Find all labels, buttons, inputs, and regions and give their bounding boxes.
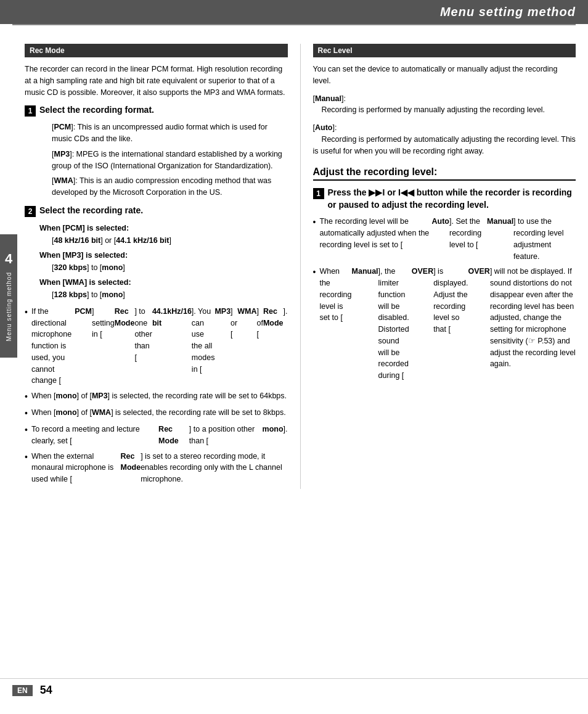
rec-level-header: Rec Level (313, 44, 576, 57)
left-column: Rec Mode The recorder can record in the … (25, 44, 301, 489)
step1-container: 1 Select the recording format. (25, 104, 288, 117)
bullet-2: When [mono] of [MP3] is selected, the re… (25, 390, 288, 403)
header-rule (12, 24, 576, 25)
step1-content: [PCM]: This is an uncompressed audio for… (39, 121, 288, 199)
right-bullet-1: The recording level will be automaticall… (313, 216, 576, 262)
page-header: Menu setting method (0, 0, 588, 24)
adjust-heading: Adjust the recording level: (313, 166, 576, 181)
pcm-when: When [PCM] is selected: (39, 224, 129, 232)
bullet-5: When the external monaural microphone is… (25, 451, 288, 485)
bottom-bar: EN 54 (0, 678, 588, 702)
wma-item: [WMA]: This is an audio compression enco… (52, 175, 288, 199)
auto-label: Auto (315, 123, 332, 132)
step1-title: Select the recording format. (39, 104, 154, 117)
right-step1-container: 1 Press the ▶▶I or I◀◀ button while the … (313, 187, 576, 211)
page-title: Menu setting method (440, 5, 576, 19)
mp3-rate-value: [320 kbps] to [mono] (52, 263, 125, 272)
wma-label: WMA (54, 176, 73, 185)
pcm-rate: When [PCM] is selected: [48 kHz/16 bit] … (39, 222, 288, 247)
right-column: Rec Level You can set the device to auto… (301, 44, 576, 489)
right-bullet-2: When the recording level is set to [Manu… (313, 266, 576, 382)
manual-item: [Manual]: Recording is performed by manu… (313, 93, 576, 117)
pcm-item: [PCM]: This is an uncompressed audio for… (52, 121, 288, 145)
en-label: EN (12, 685, 33, 696)
right-step1-number: 1 (313, 188, 324, 199)
step2-number: 2 (25, 206, 36, 217)
step2-title: Select the recording rate. (39, 205, 143, 217)
pcm-rate-value: [48 kHz/16 bit] or [44.1 kHz/16 bit] (52, 236, 171, 245)
step2-container: 2 Select the recording rate. (25, 205, 288, 217)
step1-number: 1 (25, 105, 36, 117)
right-bullets: The recording level will be automaticall… (313, 216, 576, 382)
pcm-label: PCM (54, 123, 71, 131)
side-tab: 4 Menu setting method (0, 234, 17, 358)
mp3-label: MP3 (54, 150, 70, 158)
auto-item: [Auto]: Recording is performed by automa… (313, 122, 576, 157)
rec-mode-header: Rec Mode (25, 44, 288, 57)
bullet-3: When [mono] of [WMA] is selected, the re… (25, 407, 288, 420)
rec-mode-intro: The recorder can record in the linear PC… (25, 64, 288, 98)
mp3-rate: When [MP3] is selected: [320 kbps] to [m… (39, 249, 288, 274)
right-step1-title: Press the ▶▶I or I◀◀ button while the re… (328, 187, 576, 211)
bullet-4: To record a meeting and lecture clearly,… (25, 424, 288, 447)
rate-section: When [PCM] is selected: [48 kHz/16 bit] … (39, 222, 288, 301)
mp3-item: [MP3]: MPEG is the international standar… (52, 149, 288, 172)
wma-when: When [WMA] is selected: (39, 278, 131, 287)
step2-bullets: If the directional microphone function i… (25, 306, 288, 485)
bullet-1: If the directional microphone function i… (25, 306, 288, 387)
side-tab-number: 4 (5, 251, 12, 267)
wma-rate-value: [128 kbps] to [mono] (52, 290, 125, 299)
wma-rate: When [WMA] is selected: [128 kbps] to [m… (39, 276, 288, 301)
page-container: Menu setting method 4 Menu setting metho… (0, 0, 588, 714)
page-number: 54 (40, 684, 52, 697)
rec-level-intro: You can set the device to automatically … (313, 64, 576, 87)
side-tab-text: Menu setting method (6, 272, 12, 341)
mp3-when: When [MP3] is selected: (39, 251, 128, 260)
main-content: Rec Mode The recorder can record in the … (0, 31, 588, 501)
manual-label: Manual (315, 94, 341, 103)
